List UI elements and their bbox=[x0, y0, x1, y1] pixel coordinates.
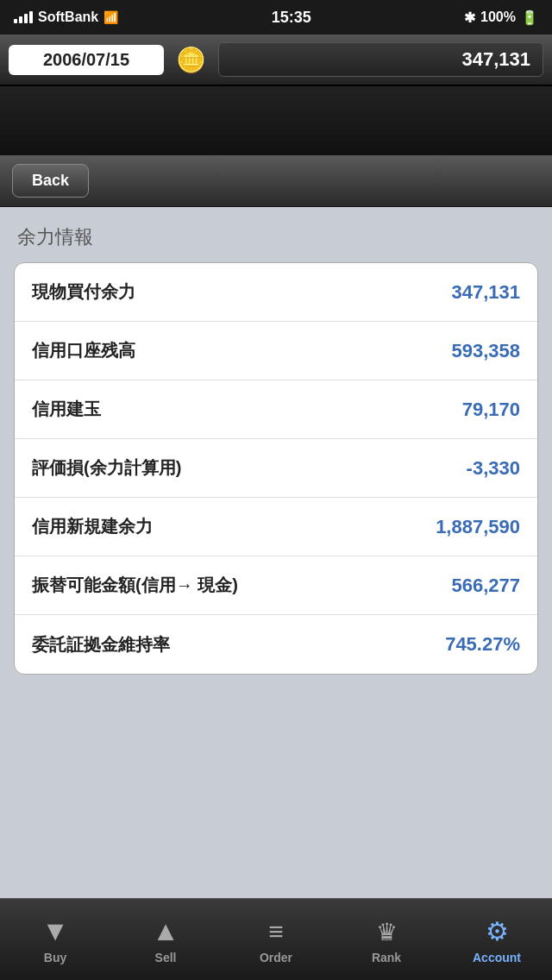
bluetooth-icon: ✱ bbox=[464, 9, 475, 26]
table-row: 信用建玉79,170 bbox=[15, 380, 537, 439]
table-row: 信用口座残高593,358 bbox=[15, 322, 537, 380]
tab-order-label: Order bbox=[260, 951, 292, 964]
table-row: 評価損(余力計算用)-3,330 bbox=[15, 439, 537, 498]
section-title: 余力情報 bbox=[14, 224, 538, 250]
data-table: 現物買付余力347,131信用口座残高593,358信用建玉79,170評価損(… bbox=[14, 262, 538, 675]
status-time: 15:35 bbox=[272, 9, 311, 27]
tab-sell[interactable]: Sell bbox=[110, 899, 221, 980]
buy-icon bbox=[41, 915, 69, 947]
tab-buy-label: Buy bbox=[44, 951, 66, 964]
nav-bar: Back bbox=[0, 155, 552, 207]
header-date: 2006/07/15 bbox=[9, 45, 164, 75]
carrier-label: SoftBank bbox=[38, 9, 98, 25]
sell-icon bbox=[152, 915, 179, 947]
row-label: 信用口座残高 bbox=[32, 339, 135, 362]
row-value: 347,131 bbox=[451, 281, 520, 304]
main-content: 余力情報 現物買付余力347,131信用口座残高593,358信用建玉79,17… bbox=[0, 207, 552, 688]
account-icon bbox=[486, 915, 509, 947]
tab-account[interactable]: Account bbox=[442, 899, 552, 980]
row-value: 745.27% bbox=[445, 633, 520, 656]
status-right: ✱ 100% 🔋 bbox=[464, 9, 538, 26]
table-row: 委託証拠金維持率745.27% bbox=[15, 615, 537, 674]
row-label: 委託証拠金維持率 bbox=[32, 633, 170, 656]
status-bar: SoftBank 📶 15:35 ✱ 100% 🔋 bbox=[0, 0, 552, 35]
status-left: SoftBank 📶 bbox=[14, 9, 118, 25]
signal-bars bbox=[14, 11, 33, 23]
battery-label: 100% bbox=[480, 9, 516, 25]
row-value: 566,277 bbox=[451, 575, 520, 597]
tab-sell-label: Sell bbox=[155, 951, 177, 964]
header-bar: 2006/07/15 🪙 347,131 bbox=[0, 35, 552, 86]
tab-order[interactable]: Order bbox=[221, 899, 331, 980]
order-icon bbox=[268, 915, 284, 947]
table-row: 信用新規建余力1,887,590 bbox=[15, 498, 537, 556]
tab-rank[interactable]: Rank bbox=[331, 899, 442, 980]
row-value: 1,887,590 bbox=[436, 516, 520, 538]
tab-bar: BuySellOrderRankAccount bbox=[0, 898, 552, 980]
row-label: 信用建玉 bbox=[32, 398, 101, 421]
rank-icon bbox=[376, 915, 398, 947]
row-value: -3,330 bbox=[467, 457, 520, 480]
row-label: 評価損(余力計算用) bbox=[32, 456, 181, 480]
row-value: 79,170 bbox=[462, 399, 520, 421]
battery-icon: 🔋 bbox=[521, 9, 538, 26]
row-label: 現物買付余力 bbox=[32, 280, 135, 304]
tab-rank-label: Rank bbox=[372, 951, 401, 964]
row-label: 振替可能金額(信用→ 現金) bbox=[32, 574, 238, 597]
table-row: 振替可能金額(信用→ 現金)566,277 bbox=[15, 556, 537, 615]
tab-account-label: Account bbox=[473, 951, 521, 964]
row-value: 593,358 bbox=[451, 340, 520, 362]
row-label: 信用新規建余力 bbox=[32, 515, 153, 538]
header-coin-icon: 🪙 bbox=[176, 46, 206, 74]
table-row: 現物買付余力347,131 bbox=[15, 263, 537, 322]
tab-buy[interactable]: Buy bbox=[0, 899, 110, 980]
black-band bbox=[0, 86, 552, 155]
wifi-icon: 📶 bbox=[104, 10, 118, 24]
back-button[interactable]: Back bbox=[12, 164, 89, 198]
header-amount: 347,131 bbox=[218, 42, 543, 77]
